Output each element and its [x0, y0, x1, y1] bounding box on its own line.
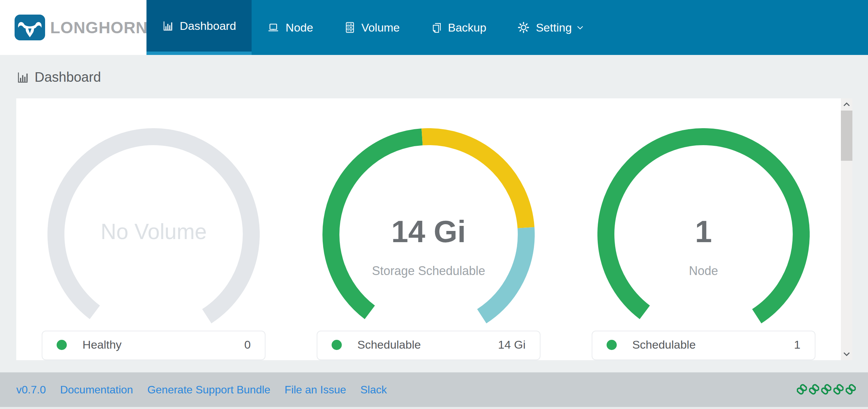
- storage-gauge-column: 14 Gi Storage Schedulable Schedulable 14…: [291, 98, 566, 360]
- version-link[interactable]: v0.7.0: [16, 384, 46, 396]
- volume-gauge-column: No Volume Healthy 0: [16, 98, 291, 360]
- storage-gauge-primary-text: 14 Gi: [322, 213, 535, 250]
- volume-gauge-primary-text: No Volume: [47, 213, 260, 250]
- nav-menu: Dashboard Node Volume: [146, 0, 600, 55]
- scroll-down-arrow[interactable]: [841, 348, 852, 360]
- node-gauge-secondary-text: Node: [597, 264, 810, 278]
- gear-icon: [517, 21, 530, 34]
- generate-support-bundle-link[interactable]: Generate Support Bundle: [147, 384, 270, 396]
- nav-item-setting[interactable]: Setting: [502, 0, 600, 55]
- nav-item-node[interactable]: Node: [252, 0, 329, 55]
- longhorn-logo-icon: [14, 14, 45, 41]
- nav-label: Volume: [361, 21, 400, 34]
- legend-dot: [332, 340, 342, 350]
- nav-item-volume[interactable]: Volume: [329, 0, 415, 55]
- link-icons: [797, 384, 856, 396]
- gauges-row: No Volume Healthy 0 14 Gi Storage Schedu…: [16, 98, 841, 360]
- chain-link-icon[interactable]: [833, 384, 844, 396]
- storage-gauge-secondary-text: Storage Schedulable: [322, 264, 535, 278]
- nav-label: Dashboard: [180, 19, 236, 33]
- documentation-link[interactable]: Documentation: [60, 384, 133, 396]
- top-navbar: LONGHORN Dashboard Node: [0, 0, 868, 55]
- chain-link-icon[interactable]: [797, 384, 807, 396]
- page-title: Dashboard: [16, 70, 101, 85]
- nav-label: Node: [285, 21, 313, 34]
- brand[interactable]: LONGHORN: [0, 0, 146, 55]
- chain-link-icon[interactable]: [809, 384, 819, 396]
- chevron-down-icon: [843, 352, 850, 356]
- node-gauge-column: 1 Node Schedulable 1: [566, 98, 841, 360]
- volume-gauge: No Volume: [47, 128, 260, 325]
- scrollbar[interactable]: [841, 98, 852, 360]
- storage-gauge: 14 Gi Storage Schedulable: [322, 128, 535, 325]
- chevron-down-icon: [576, 23, 585, 32]
- node-gauge-primary-text: 1: [597, 213, 810, 250]
- dashboard-card: No Volume Healthy 0 14 Gi Storage Schedu…: [16, 98, 852, 360]
- footer-links: v0.7.0 Documentation Generate Support Bu…: [16, 384, 401, 396]
- nav-label: Setting: [536, 21, 572, 34]
- chain-link-icon[interactable]: [846, 384, 856, 396]
- scroll-up-arrow[interactable]: [841, 98, 852, 111]
- node-gauge: 1 Node: [597, 128, 810, 325]
- legend-dot: [57, 340, 67, 350]
- copy-icon: [431, 22, 442, 33]
- chain-link-icon[interactable]: [821, 384, 831, 396]
- file-an-issue-link[interactable]: File an Issue: [284, 384, 346, 396]
- bottom-strip: [0, 407, 868, 409]
- scrollbar-thumb[interactable]: [841, 111, 852, 161]
- legend-dot: [607, 340, 617, 350]
- bar-chart-icon: [16, 71, 29, 84]
- server-icon: [344, 21, 355, 34]
- footer: v0.7.0 Documentation Generate Support Bu…: [0, 372, 868, 407]
- brand-name: LONGHORN: [50, 18, 148, 37]
- bar-chart-icon: [162, 20, 174, 32]
- nav-label: Backup: [448, 21, 486, 34]
- nav-item-dashboard[interactable]: Dashboard: [146, 0, 252, 55]
- nav-item-backup[interactable]: Backup: [415, 0, 502, 55]
- chevron-up-icon: [843, 102, 850, 107]
- page-title-text: Dashboard: [35, 70, 101, 85]
- laptop-icon: [267, 22, 279, 33]
- slack-link[interactable]: Slack: [360, 384, 387, 396]
